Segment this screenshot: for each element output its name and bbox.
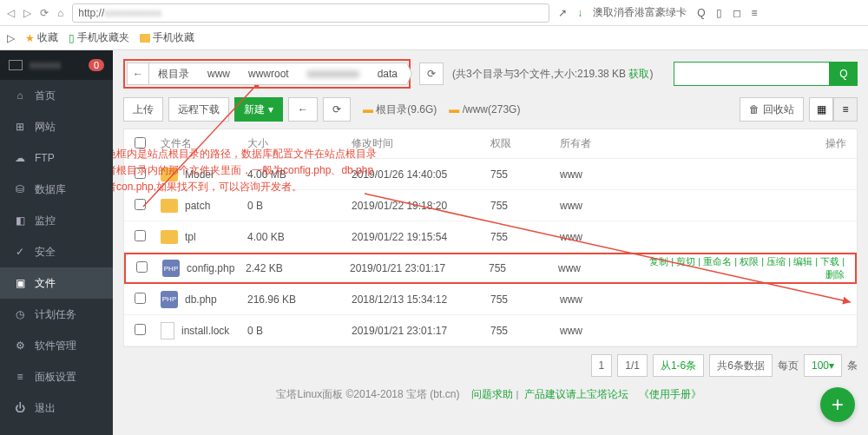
sidebar-icon: ⛁ [14, 183, 26, 195]
sidebar-icon: ⊞ [14, 121, 26, 133]
col-perm[interactable]: 权限 [490, 136, 560, 151]
mobile-bookmarks[interactable]: 手机收藏 [140, 30, 194, 45]
share-icon[interactable]: ↗ [558, 7, 567, 19]
select-all-checkbox[interactable] [135, 137, 146, 148]
sidebar-item-4[interactable]: ◧监控 [0, 205, 113, 236]
search-button[interactable]: Q [830, 62, 858, 86]
file-owner: www [560, 325, 647, 337]
rootdir-info[interactable]: ▬ 根目录(9.6G) [363, 102, 437, 117]
reload-icon[interactable]: ⟳ [40, 7, 49, 19]
breadcrumb-back[interactable]: ← [127, 63, 149, 85]
sidebar-label: 监控 [35, 214, 56, 228]
down-arrow-icon[interactable]: ↓ [577, 7, 582, 19]
breadcrumb-seg-1[interactable]: www [198, 63, 240, 85]
menu-icon[interactable]: ≡ [752, 7, 758, 19]
col-name[interactable]: 文件名 [161, 136, 247, 151]
row-checkbox[interactable] [135, 199, 146, 210]
breadcrumb-seg-4[interactable]: data [368, 63, 407, 85]
sidebar-item-3[interactable]: ⛁数据库 [0, 174, 113, 205]
file-name: patch [185, 200, 210, 212]
sidebar-label: 面板设置 [35, 370, 76, 385]
sidebar-header: xxxxxx 0 [0, 50, 113, 80]
nav-back-button[interactable]: ← [288, 97, 318, 122]
search-input[interactable] [674, 62, 830, 86]
sidebar-icon: ▣ [14, 277, 26, 289]
sidebar-item-8[interactable]: ⚙软件管理 [0, 330, 113, 361]
per-page-select[interactable]: 100 ▾ [804, 354, 842, 377]
main-content: ← 根目录wwwwwwrootxxxxxxxxxxdata ⟳ (共3个目录与3… [113, 50, 868, 435]
table-header: 文件名 大小 修改时间 权限 所有者 操作 [124, 129, 857, 159]
table-row[interactable]: patch0 B2019/01/22 19:18:20755www [124, 190, 857, 221]
sidebar-label: 安全 [35, 245, 56, 260]
row-checkbox[interactable] [136, 261, 148, 273]
add-button[interactable]: + [820, 387, 855, 422]
row-checkbox[interactable] [135, 324, 146, 335]
sidebar-icon: ⌂ [14, 89, 26, 102]
file-owner: www [560, 168, 647, 181]
sidebar-item-2[interactable]: ☁FTP [0, 142, 113, 174]
breadcrumb-seg-3[interactable]: xxxxxxxxxx [298, 63, 369, 85]
file-time: 2019/01/22 19:15:54 [352, 231, 490, 243]
sidebar-item-1[interactable]: ⊞网站 [0, 111, 113, 142]
get-size-link[interactable]: 获取 [628, 68, 649, 80]
grid-view-button[interactable]: ▦ [809, 97, 833, 122]
row-checkbox[interactable] [135, 230, 146, 241]
browser-nav: ◁ ▷ ⟳ ⌂ http;// xxxxxxxxxxx ↗ ↓ 澳取消香港富豪绿… [0, 0, 868, 26]
window-icon[interactable]: ◻ [733, 7, 741, 19]
row-checkbox[interactable] [135, 293, 146, 304]
back-icon[interactable]: ◁ [7, 7, 15, 19]
breadcrumb-seg-0[interactable]: 根目录 [148, 63, 199, 85]
table-row[interactable]: PHPconfig.php2.42 KB2019/01/21 23:01:177… [124, 253, 857, 284]
bookmark-bar: ▷ ★收藏 ▯手机收藏夹 手机收藏 [0, 26, 868, 50]
file-name: db.php [185, 293, 217, 306]
sidebar-item-9[interactable]: ≡面板设置 [0, 361, 113, 392]
url-bar[interactable]: http;// xxxxxxxxxxx [72, 3, 549, 23]
file-ops[interactable]: 复制 | 剪切 | 重命名 | 权限 | 压缩 | 编辑 | 下载 | 删除 [645, 255, 845, 281]
mobile-folder[interactable]: ▯手机收藏夹 [69, 30, 129, 45]
notification-badge[interactable]: 0 [89, 59, 104, 71]
file-time: 2019/01/26 14:40:05 [352, 168, 490, 181]
www-info[interactable]: ▬ /www(273G) [449, 103, 520, 115]
page-1[interactable]: 1 [591, 354, 613, 377]
remote-download-button[interactable]: 远程下载 [168, 97, 229, 122]
sidebar-item-10[interactable]: ⏻退出 [0, 392, 113, 424]
bookmark-toggle-icon[interactable]: ▷ [7, 32, 15, 44]
new-button[interactable]: 新建 ▾ [234, 97, 283, 122]
list-view-button[interactable]: ≡ [833, 97, 858, 122]
col-owner[interactable]: 所有者 [560, 136, 647, 151]
nav-refresh-button[interactable]: ⟳ [323, 97, 351, 122]
forward-icon[interactable]: ▷ [23, 7, 31, 19]
manual-link[interactable]: 《使用手册》 [639, 388, 701, 400]
file-icon [161, 322, 174, 339]
upload-button[interactable]: 上传 [123, 97, 163, 122]
home-icon[interactable]: ⌂ [57, 7, 63, 19]
table-row[interactable]: Model4.00 MB2019/01/26 14:40:05755www [124, 159, 857, 190]
row-checkbox[interactable] [135, 168, 146, 179]
suggest-link[interactable]: 产品建议请上宝塔论坛 [524, 388, 628, 400]
table-row[interactable]: tpl4.00 KB2019/01/22 19:15:54755www [124, 221, 857, 253]
favorites[interactable]: ★收藏 [25, 30, 58, 45]
sidebar-label: 网站 [35, 120, 56, 135]
trash-button[interactable]: 🗑 回收站 [740, 97, 804, 122]
sidebar-item-6[interactable]: ▣文件 [0, 267, 113, 299]
search-hint[interactable]: 澳取消香港富豪绿卡 [593, 5, 687, 20]
table-row[interactable]: PHPdb.php216.96 KB2018/12/13 15:34:12755… [124, 284, 857, 315]
help-link[interactable]: 问题求助 [471, 388, 513, 400]
toolbar: 上传 远程下载 新建 ▾ ← ⟳ ▬ 根目录(9.6G) ▬ /www(273G… [123, 97, 858, 122]
breadcrumb-seg-2[interactable]: wwwroot [239, 63, 299, 85]
col-size[interactable]: 大小 [247, 136, 352, 151]
panel-name: xxxxxx [30, 59, 82, 71]
table-row[interactable]: install.lock0 B2019/01/21 23:01:17755www [124, 315, 857, 346]
refresh-button[interactable]: ⟳ [419, 63, 444, 85]
col-time[interactable]: 修改时间 [352, 136, 490, 151]
search-icon[interactable]: Q [697, 7, 705, 19]
sidebar-item-0[interactable]: ⌂首页 [0, 80, 113, 111]
sidebar-label: 文件 [35, 276, 56, 291]
file-size: 4.00 MB [247, 168, 352, 181]
file-perm: 755 [490, 293, 560, 306]
sidebar-item-7[interactable]: ◷计划任务 [0, 299, 113, 330]
phone-icon[interactable]: ▯ [716, 7, 722, 19]
sidebar-item-5[interactable]: ✓安全 [0, 236, 113, 267]
url-host: xxxxxxxxxxx [104, 7, 161, 19]
file-name: tpl [185, 231, 196, 243]
